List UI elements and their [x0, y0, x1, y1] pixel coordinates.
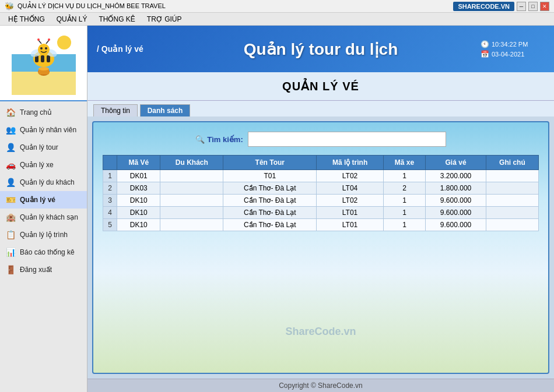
- cell-ten-tour: Cần Thơ- Đà Lạt: [223, 195, 317, 207]
- cell-ma-ve: DK10: [117, 207, 160, 219]
- col-ma-ve: Mã Vé: [117, 156, 160, 170]
- tab-thong-tin[interactable]: Thông tin: [93, 104, 138, 116]
- table-row[interactable]: 1 DK01 T01 LT02 1 3.200.000: [103, 170, 539, 182]
- page-title: QUẢN LÝ VÉ: [87, 72, 554, 101]
- sidebar-label-bao-cao: Báo cáo thống kê: [20, 248, 75, 256]
- cell-ma-xe: 1: [383, 195, 425, 207]
- sidebar-label-tour: Quản lý tour: [20, 143, 58, 151]
- sidebar-logo: [0, 26, 87, 101]
- svg-point-2: [57, 36, 71, 50]
- cell-ma-xe: 1: [383, 170, 425, 182]
- sidebar-item-khach-san[interactable]: 🏨 Quản lý khách sạn: [0, 209, 87, 226]
- sidebar-item-tour[interactable]: 👤 Quản lý tour: [0, 139, 87, 156]
- header-title: Quản lý tour du lịch: [161, 40, 481, 59]
- sidebar-item-trang-chu[interactable]: 🏠 Trang chủ: [0, 104, 87, 121]
- footer: Copyright © ShareCode.vn: [87, 379, 554, 392]
- cell-ten-tour: Cần Thơ- Đà Lạt: [223, 219, 317, 231]
- search-bar: 🔍 Tìm kiếm:: [103, 132, 539, 147]
- header-date: 03-04-2021: [492, 51, 524, 58]
- cell-ma-ve: DK10: [117, 219, 160, 231]
- cell-gia-ve: 3.200.000: [426, 170, 486, 182]
- table-row[interactable]: 2 DK03 Cần Thơ- Đà Lạt LT04 2 1.800.000: [103, 182, 539, 195]
- maximize-button[interactable]: □: [528, 2, 538, 11]
- sidebar-item-nhan-vien[interactable]: 👥 Quản lý nhân viên: [0, 121, 87, 139]
- cell-num: 5: [103, 219, 117, 231]
- sidebar-nav: 🏠 Trang chủ 👥 Quản lý nhân viên 👤 Quản l…: [0, 101, 87, 392]
- cell-num: 2: [103, 182, 117, 195]
- table-row[interactable]: 4 DK10 Cần Thơ- Đà Lạt LT01 1 9.600.000: [103, 207, 539, 219]
- cell-ma-lo-trinh: LT01: [317, 219, 384, 231]
- cell-num: 4: [103, 207, 117, 219]
- sidebar-label-trang-chu: Trang chủ: [20, 108, 52, 116]
- header-info: 🕙 10:34:22 PM 📅 03-04-2021: [481, 40, 545, 58]
- cell-du-khach: [160, 195, 223, 207]
- content-header: / Quản lý vé Quản lý tour du lịch 🕙 10:3…: [87, 26, 554, 72]
- hotel-icon: 🏨: [6, 213, 16, 222]
- col-gia-ve: Giá vé: [426, 156, 486, 170]
- menu-tro-giup[interactable]: TRỢ GIÚP: [141, 14, 188, 24]
- route-icon: 📋: [6, 230, 16, 239]
- cell-du-khach: [160, 182, 223, 195]
- cell-du-khach: [160, 170, 223, 182]
- svg-line-14: [46, 40, 49, 44]
- cell-ma-ve: DK03: [117, 182, 160, 195]
- cell-ma-xe: 1: [383, 219, 425, 231]
- search-icon: 🔍: [195, 135, 205, 144]
- svg-rect-5: [41, 55, 44, 62]
- sidebar: 🏠 Trang chủ 👥 Quản lý nhân viên 👤 Quản l…: [0, 26, 87, 392]
- title-bar: 🐝 QUẢN LÝ DỊCH VỤ DU LỊCH_NHÓM BEE TRAVE…: [0, 0, 554, 13]
- search-input[interactable]: [248, 132, 446, 147]
- cell-num: 1: [103, 170, 117, 182]
- table-row[interactable]: 5 DK10 Cần Thơ- Đà Lạt LT01 1 9.600.000: [103, 219, 539, 231]
- sidebar-label-ve: Quản lý vé: [20, 196, 55, 204]
- sidebar-label-du-khach: Quản lý du khách: [20, 178, 75, 186]
- col-ma-xe: Mã xe: [383, 156, 425, 170]
- staff-icon: 👥: [6, 125, 16, 135]
- tour-icon: 👤: [6, 143, 16, 152]
- ticket-icon: 🎫: [6, 195, 16, 204]
- cell-ghi-chu: [486, 207, 538, 219]
- col-du-khach: Du Khách: [160, 156, 223, 170]
- cell-gia-ve: 9.600.000: [426, 207, 486, 219]
- cell-ma-lo-trinh: LT01: [317, 207, 384, 219]
- sidebar-item-du-khach[interactable]: 👤 Quản lý du khách: [0, 174, 87, 191]
- svg-line-12: [38, 40, 41, 44]
- svg-point-11: [45, 47, 47, 50]
- sidebar-item-lo-trinh[interactable]: 📋 Quản lý lộ trình: [0, 226, 87, 243]
- close-button[interactable]: ✕: [540, 2, 549, 11]
- cell-ma-xe: 2: [383, 182, 425, 195]
- sidebar-item-bao-cao[interactable]: 📊 Báo cáo thống kê: [0, 243, 87, 261]
- col-num: [103, 156, 117, 170]
- menu-thong-ke[interactable]: THỐNG KÊ: [93, 14, 141, 24]
- sidebar-label-nhan-vien: Quản lý nhân viên: [20, 126, 76, 134]
- app-icon: 🐝: [5, 2, 14, 10]
- cell-ma-lo-trinh: LT02: [317, 170, 384, 182]
- cell-ten-tour: T01: [223, 170, 317, 182]
- sidebar-item-dang-xuat[interactable]: 🚪 Đăng xuất: [0, 261, 87, 278]
- logout-icon: 🚪: [6, 265, 16, 274]
- cell-ma-ve: DK01: [117, 170, 160, 182]
- col-ma-lo-trinh: Mã lộ trình: [317, 156, 384, 170]
- cell-du-khach: [160, 219, 223, 231]
- sidebar-item-ve[interactable]: 🎫 Quản lý vé: [0, 191, 87, 209]
- table-row[interactable]: 3 DK10 Cần Thơ- Đà Lạt LT02 1 9.600.000: [103, 195, 539, 207]
- table-container: 🔍 Tìm kiếm: Mã Vé Du Khách Tên Tour Mã l…: [92, 121, 549, 374]
- cell-ma-xe: 1: [383, 207, 425, 219]
- breadcrumb: / Quản lý vé: [97, 44, 161, 54]
- home-icon: 🏠: [6, 108, 16, 117]
- svg-point-10: [40, 47, 43, 50]
- bee-illustration: [12, 31, 76, 95]
- report-icon: 📊: [6, 248, 16, 257]
- content-area: / Quản lý vé Quản lý tour du lịch 🕙 10:3…: [87, 26, 554, 392]
- tab-danh-sach[interactable]: Danh sách: [140, 104, 191, 116]
- sidebar-item-xe[interactable]: 🚗 Quản lý xe: [0, 156, 87, 174]
- tab-bar: Thông tin Danh sách: [87, 101, 554, 116]
- cell-ghi-chu: [486, 195, 538, 207]
- menu-he-thong[interactable]: HỆ THỐNG: [2, 14, 51, 24]
- svg-point-9: [38, 44, 50, 55]
- header-time: 10:34:22 PM: [492, 41, 528, 48]
- cell-ghi-chu: [486, 170, 538, 182]
- sidebar-label-lo-trinh: Quản lý lộ trình: [20, 231, 68, 239]
- menu-quan-ly[interactable]: QUẢN LÝ: [51, 14, 93, 24]
- minimize-button[interactable]: ─: [517, 2, 526, 11]
